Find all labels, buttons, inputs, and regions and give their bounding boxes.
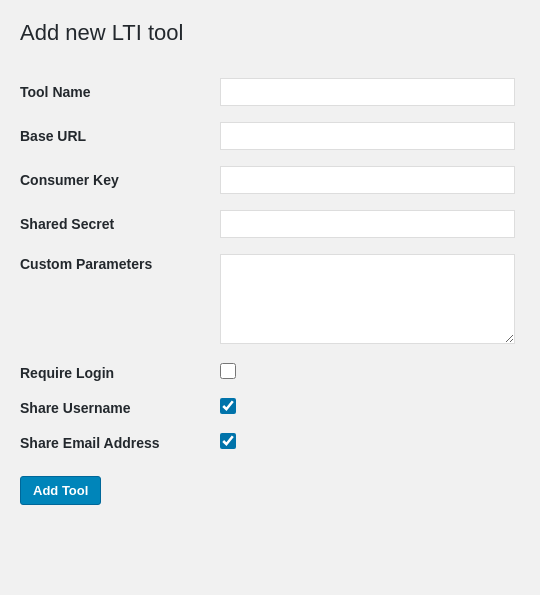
shared-secret-input[interactable] [220,210,515,238]
share-username-checkbox[interactable] [220,398,236,414]
custom-parameters-label: Custom Parameters [20,256,152,272]
consumer-key-row: Consumer Key [20,158,520,202]
require-login-row: Require Login [20,355,520,390]
tool-name-label: Tool Name [20,84,91,100]
tool-name-row: Tool Name [20,70,520,114]
share-email-row: Share Email Address [20,425,520,460]
page-title: Add new LTI tool [20,20,520,46]
consumer-key-input[interactable] [220,166,515,194]
custom-parameters-row: Custom Parameters [20,246,520,355]
base-url-label: Base URL [20,128,86,144]
share-email-checkbox[interactable] [220,433,236,449]
tool-name-input[interactable] [220,78,515,106]
share-email-label: Share Email Address [20,435,160,451]
require-login-label: Require Login [20,365,114,381]
base-url-row: Base URL [20,114,520,158]
shared-secret-label: Shared Secret [20,216,114,232]
share-username-row: Share Username [20,390,520,425]
base-url-input[interactable] [220,122,515,150]
custom-parameters-input[interactable] [220,254,515,344]
shared-secret-row: Shared Secret [20,202,520,246]
lti-form: Tool Name Base URL Consumer Key Sha [20,70,520,460]
add-tool-button[interactable]: Add Tool [20,476,101,505]
share-username-label: Share Username [20,400,131,416]
require-login-checkbox[interactable] [220,363,236,379]
consumer-key-label: Consumer Key [20,172,119,188]
